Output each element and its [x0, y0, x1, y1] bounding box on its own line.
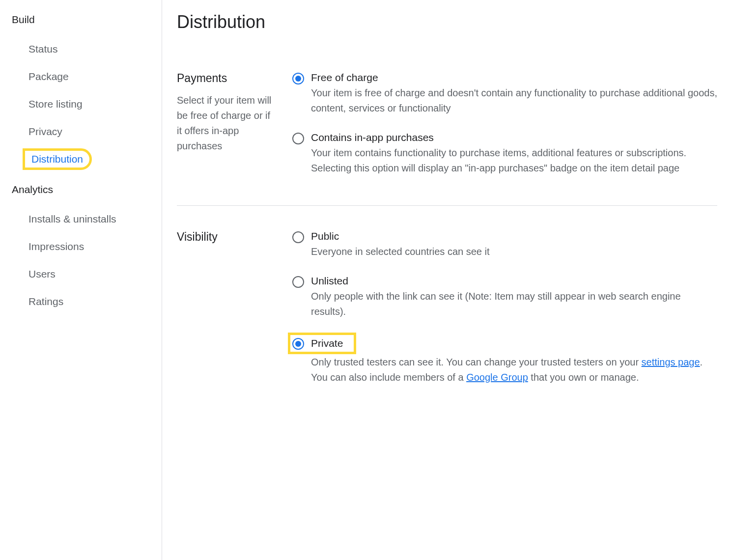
sidebar-item-distribution[interactable]: Distribution: [24, 149, 91, 169]
section-payments-left: Payments Select if your item will be fre…: [177, 72, 273, 176]
radio-text-free: Free of charge Your item is free of char…: [311, 72, 717, 116]
radio-desc-unlisted: Only people with the link can see it (No…: [311, 289, 717, 319]
radio-label-private: Private: [311, 337, 343, 349]
link-google-group[interactable]: Google Group: [466, 372, 528, 383]
radio-private[interactable]: Private Only trusted testers can see it.…: [292, 335, 717, 385]
private-desc-mid: .: [700, 357, 703, 367]
sidebar-item-privacy[interactable]: Privacy: [0, 118, 74, 145]
radio-desc-iap: Your item contains functionality to purc…: [311, 145, 717, 176]
sidebar: Build Status Package Store listing Priva…: [0, 0, 162, 560]
section-visibility: Visibility Public Everyone in selected c…: [177, 230, 717, 415]
sidebar-item-store-listing[interactable]: Store listing: [0, 90, 94, 118]
radio-text-unlisted: Unlisted Only people with the link can s…: [311, 275, 717, 319]
sidebar-item-users[interactable]: Users: [0, 260, 67, 288]
radio-text-private: Only trusted testers can see it. You can…: [311, 355, 703, 385]
radio-text-iap: Contains in-app purchases Your item cont…: [311, 132, 717, 176]
radio-btn-free[interactable]: [292, 73, 304, 84]
section-payments-right: Free of charge Your item is free of char…: [292, 72, 717, 176]
section-visibility-right: Public Everyone in selected countries ca…: [292, 230, 717, 385]
private-desc-pre: Only trusted testers can see it. You can…: [311, 357, 642, 367]
page-title: Distribution: [177, 12, 717, 32]
visibility-title: Visibility: [177, 230, 273, 244]
radio-free-of-charge[interactable]: Free of charge Your item is free of char…: [292, 72, 717, 116]
radio-unlisted[interactable]: Unlisted Only people with the link can s…: [292, 275, 717, 319]
sidebar-header-build: Build: [0, 10, 162, 35]
payments-title: Payments: [177, 72, 273, 85]
radio-label-free: Free of charge: [311, 72, 717, 84]
sidebar-section-build: Build Status Package Store listing Priva…: [0, 10, 162, 173]
radio-label-unlisted: Unlisted: [311, 275, 717, 287]
radio-btn-unlisted[interactable]: [292, 276, 304, 288]
radio-text-public: Public Everyone in selected countries ca…: [311, 230, 717, 259]
main-content: Distribution Payments Select if your ite…: [162, 0, 732, 560]
sidebar-section-analytics: Analytics Installs & uninstalls Impressi…: [0, 180, 162, 315]
radio-private-highlight: Private: [290, 335, 354, 352]
section-visibility-left: Visibility: [177, 230, 273, 385]
radio-in-app-purchases[interactable]: Contains in-app purchases Your item cont…: [292, 132, 717, 176]
radio-desc-free: Your item is free of charge and doesn't …: [311, 85, 717, 116]
private-desc-line2-pre: You can also include members of a: [311, 372, 466, 383]
radio-desc-private: Only trusted testers can see it. You can…: [311, 355, 703, 385]
radio-label-public: Public: [311, 230, 717, 242]
radio-public[interactable]: Public Everyone in selected countries ca…: [292, 230, 717, 259]
sidebar-item-installs[interactable]: Installs & uninstalls: [0, 205, 128, 233]
radio-btn-public[interactable]: [292, 231, 304, 243]
radio-label-iap: Contains in-app purchases: [311, 132, 717, 143]
sidebar-item-impressions[interactable]: Impressions: [0, 233, 96, 260]
link-settings-page[interactable]: settings page: [642, 357, 700, 367]
section-payments: Payments Select if your item will be fre…: [177, 72, 717, 206]
radio-btn-private[interactable]: [292, 338, 304, 350]
sidebar-item-ratings[interactable]: Ratings: [0, 288, 75, 315]
radio-desc-public: Everyone in selected countries can see i…: [311, 244, 717, 259]
sidebar-header-analytics: Analytics: [0, 180, 162, 205]
sidebar-item-package[interactable]: Package: [0, 63, 81, 90]
payments-desc: Select if your item will be free of char…: [177, 93, 273, 154]
radio-btn-iap[interactable]: [292, 133, 304, 144]
sidebar-item-status[interactable]: Status: [0, 35, 70, 63]
private-desc-line2-post: that you own or manage.: [528, 372, 639, 383]
